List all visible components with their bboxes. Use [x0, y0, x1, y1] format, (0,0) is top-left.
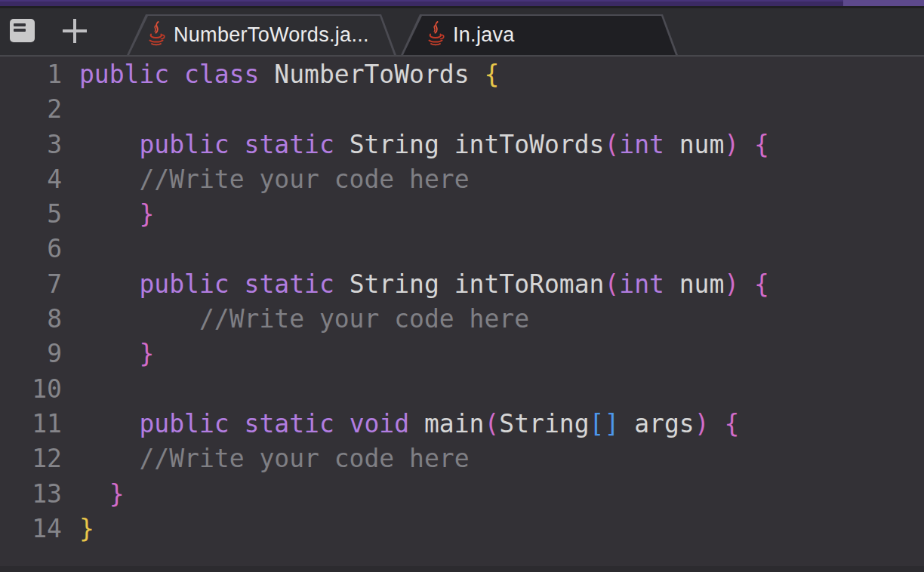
code-token	[79, 409, 139, 438]
file-list-icon	[10, 19, 35, 42]
line-number: 12	[15, 441, 62, 476]
line-number: 10	[15, 372, 62, 407]
code-token: public static void	[139, 409, 409, 438]
line-number: 5	[15, 197, 62, 232]
java-icon	[425, 21, 446, 48]
code-token: (	[604, 130, 619, 159]
code-token: args	[619, 409, 694, 438]
plus-icon	[63, 19, 87, 43]
code-token: )	[695, 409, 710, 438]
line-number: 6	[15, 232, 62, 266]
line-number: 8	[15, 302, 62, 337]
tab-numbertowords-java[interactable]: NumberToWords.ja...	[127, 14, 396, 55]
code-line: 5 }	[15, 197, 924, 232]
code-text: public static void main(String[] args) {	[79, 409, 739, 438]
line-number: 4	[15, 162, 62, 197]
tab-in-java[interactable]: In.java	[401, 14, 678, 55]
file-list-button[interactable]	[10, 19, 35, 42]
code-text: //Write your code here	[79, 444, 470, 473]
code-line: 1public class NumberToWords {	[15, 57, 924, 92]
code-line: 7 public static String intToRoman(int nu…	[15, 267, 924, 302]
line-number: 14	[15, 512, 62, 546]
code-token: NumberToWords	[259, 60, 484, 89]
code-line: 13 }	[15, 477, 924, 512]
code-token: String	[499, 409, 589, 438]
code-token: {	[484, 60, 499, 89]
code-token: num	[664, 269, 724, 299]
tab-bar: NumberToWords.ja... In.java	[0, 8, 924, 55]
code-line: 3 public static String intToWords(int nu…	[15, 128, 924, 162]
code-token	[79, 479, 109, 509]
code-token	[79, 339, 139, 368]
code-text: public class NumberToWords {	[79, 60, 499, 89]
code-token: {	[724, 409, 739, 438]
code-text: }	[79, 339, 154, 368]
code-line: 4 //Write your code here	[15, 162, 924, 197]
code-token	[79, 130, 139, 159]
code-token: num	[664, 130, 724, 159]
code-token	[79, 269, 139, 299]
code-token: (	[604, 269, 619, 299]
code-text: public static String intToWords(int num)…	[79, 130, 769, 159]
code-token	[710, 409, 725, 438]
code-line: 2	[15, 92, 924, 127]
code-line: 6	[15, 232, 924, 266]
line-number: 9	[15, 337, 62, 371]
line-number: 7	[15, 267, 62, 302]
code-text: }	[79, 514, 94, 543]
java-icon	[146, 21, 167, 48]
line-number: 11	[15, 407, 62, 441]
code-token: //Write your code here	[79, 165, 470, 194]
header-strip	[0, 0, 924, 6]
code-line: 12 //Write your code here	[15, 441, 924, 476]
code-line: 14}	[15, 512, 924, 546]
line-number: 3	[15, 128, 62, 162]
code-token: String intToWords	[334, 130, 605, 159]
code-token: public static	[139, 269, 334, 299]
code-token: main	[409, 409, 484, 438]
code-token	[739, 269, 754, 299]
code-token: //Write your code here	[79, 304, 529, 334]
header-strip-accent	[843, 0, 924, 6]
code-token: {	[754, 269, 769, 299]
code-token: int	[619, 130, 664, 159]
code-token: )	[724, 269, 739, 299]
code-line: 9 }	[15, 337, 924, 371]
code-token: public class	[79, 60, 259, 89]
code-token: (	[484, 409, 499, 438]
code-token: public static	[139, 130, 334, 159]
code-token	[79, 199, 139, 229]
code-token: }	[139, 199, 154, 229]
line-number: 1	[15, 57, 62, 92]
code-line: 11 public static void main(String[] args…	[15, 407, 924, 441]
code-token: []	[590, 409, 620, 438]
code-line: 10	[15, 372, 924, 407]
code-editor[interactable]: 1public class NumberToWords {23 public s…	[0, 57, 924, 566]
bottom-strip	[0, 566, 924, 572]
code-text: }	[79, 199, 154, 229]
code-line: 8 //Write your code here	[15, 302, 924, 337]
code-token: )	[724, 130, 739, 159]
line-number: 2	[15, 92, 62, 127]
code-token: }	[79, 514, 94, 543]
code-token: String intToRoman	[334, 269, 605, 299]
tab-label: NumberToWords.ja...	[174, 23, 369, 47]
code-text: public static String intToRoman(int num)…	[79, 269, 769, 299]
code-area: 1public class NumberToWords {23 public s…	[0, 57, 924, 546]
line-number: 13	[15, 477, 62, 512]
tab-label: In.java	[453, 23, 515, 47]
code-text: }	[79, 479, 125, 509]
code-text: //Write your code here	[79, 165, 470, 194]
code-token: {	[754, 130, 769, 159]
new-tab-button[interactable]	[63, 19, 87, 43]
code-token: int	[619, 269, 664, 299]
code-text: //Write your code here	[79, 304, 529, 334]
code-token: //Write your code here	[79, 444, 470, 473]
code-token: }	[109, 479, 125, 509]
code-token: }	[139, 339, 154, 368]
code-token	[739, 130, 754, 159]
